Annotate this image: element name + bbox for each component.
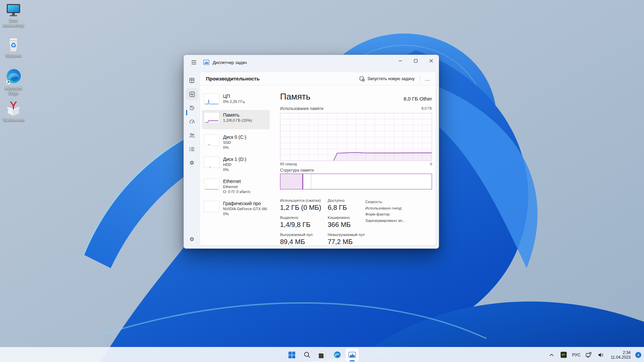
startup-apps-icon (189, 119, 195, 125)
tray-language-button[interactable]: РУС (571, 349, 582, 361)
edge-icon (5, 68, 21, 85)
panel-header: Производительность Запустить новую задач… (200, 72, 436, 85)
stat-cached: Кэшировано 366 МБ (328, 215, 365, 229)
maximize-icon (414, 59, 418, 63)
device-title: Память (223, 112, 252, 118)
time-axis-right: 0 (430, 162, 432, 166)
device-row-cpu[interactable]: ЦП 0% 2,25 ГГц (202, 91, 270, 107)
device-row-disk0[interactable]: Диск 0 (C:) SSD 0% (202, 132, 270, 152)
disk0-mini-chart (204, 134, 219, 146)
rail-item-details[interactable] (186, 143, 198, 155)
rail-item-settings[interactable]: ⚙ (186, 233, 198, 245)
memory-detail-pane: Память 8,0 ГБ Other Использование памяти… (280, 85, 436, 245)
desktop-icon-yandex[interactable]: Yandex.exe (1, 101, 26, 122)
ethernet-mini-chart (204, 179, 219, 190)
rail-item-services[interactable]: ⚙ (186, 157, 198, 169)
run-new-task-label: Запустить новую задачу (367, 76, 415, 81)
start-button[interactable] (285, 348, 299, 362)
edge-icon (333, 351, 341, 359)
language-indicator: РУС (572, 353, 581, 357)
search-button[interactable] (300, 348, 314, 362)
yandex-icon (6, 101, 21, 117)
search-icon (304, 351, 311, 358)
device-title: ЦП (223, 94, 245, 99)
rail-item-app-history[interactable] (186, 102, 198, 114)
device-detail: HDD (223, 162, 246, 167)
memory-usage-chart (280, 113, 432, 161)
device-detail: 1,2/8,0 ГБ (15%) (223, 118, 252, 123)
cpu-mini-chart (204, 94, 219, 105)
windows-start-icon (288, 351, 296, 359)
device-title: Графический про (223, 201, 267, 206)
close-button[interactable] (423, 55, 439, 66)
device-title: Диск 0 (C:) (223, 134, 246, 140)
usage-chart-label: Использование памяти (280, 106, 323, 111)
device-detail: 0% 2,25 ГГц (223, 99, 245, 104)
active-app-indicator (350, 360, 355, 361)
tray-network-button[interactable] (584, 349, 594, 361)
tray-clock-button[interactable]: 2:34 11.04.2023 (608, 349, 633, 361)
device-title: Диск 1 (D:) (223, 157, 246, 162)
file-explorer-button[interactable] (315, 348, 329, 362)
performance-device-list: ЦП 0% 2,25 ГГц Память 1,2/8,0 ГБ (15%) (202, 89, 271, 245)
run-new-task-button[interactable]: Запустить новую задачу (356, 74, 418, 83)
memory-composition-bar (280, 174, 432, 189)
task-manager-icon (348, 351, 356, 359)
new-task-icon (360, 76, 365, 81)
more-options-button[interactable]: … (422, 74, 433, 83)
content-panel: Производительность Запустить новую задач… (200, 72, 436, 246)
recycle-bin-icon: ♻ (6, 36, 20, 52)
chevron-up-icon (549, 353, 554, 357)
rail-item-processes[interactable] (186, 74, 198, 86)
device-row-gpu[interactable]: Графический про NVIDIA GeForce GTX 660 0… (202, 198, 270, 219)
rail-item-users[interactable] (186, 129, 198, 141)
minimize-button[interactable] (392, 55, 408, 66)
device-detail: 0% (223, 212, 267, 217)
svg-text:♻: ♻ (10, 41, 16, 49)
usage-chart-max: 8,0 ГБ (421, 106, 432, 111)
tray-nvidia-button[interactable] (559, 349, 569, 361)
file-explorer-icon (318, 351, 326, 359)
rail-item-startup-apps[interactable] (186, 116, 198, 128)
desktop-icon-label: Корзина (5, 53, 21, 58)
device-row-memory[interactable]: Память 1,2/8,0 ГБ (15%) (202, 110, 270, 129)
desktop-icon-edge[interactable]: Microsoft Edge (1, 68, 26, 96)
composition-label: Структура памяти (280, 168, 314, 173)
close-icon (429, 59, 433, 63)
nav-menu-button[interactable] (188, 57, 200, 68)
details-icon (189, 147, 195, 152)
stat-in-use: Используется (сжатая) 1,2 ГБ (0 МБ) (280, 198, 328, 212)
task-manager-taskbar-button[interactable] (345, 348, 359, 362)
header-separator (420, 75, 420, 82)
stat-available: Доступно 6,8 ГБ (328, 198, 365, 212)
minimize-icon (398, 59, 402, 63)
speaker-icon (598, 352, 604, 358)
device-detail: 0% (223, 167, 246, 172)
device-detail: Ethernet (223, 184, 251, 189)
edge-taskbar-button[interactable] (330, 348, 344, 362)
memory-mini-chart (204, 112, 219, 124)
notification-badge[interactable]: 4 (635, 352, 641, 358)
maximize-button[interactable] (408, 55, 423, 66)
desktop-icon-label: Yandex.exe (2, 118, 24, 122)
hamburger-icon (191, 60, 197, 65)
nvidia-icon (560, 352, 567, 358)
performance-icon (189, 92, 195, 97)
device-row-ethernet[interactable]: Ethernet Ethernet О: 0 П: 0 кбит/с (202, 176, 270, 196)
memory-hardware-labels: Скорость: Использовано гнезд: Форм-факто… (365, 199, 406, 224)
task-manager-window: Диспетчер задач (183, 55, 439, 249)
tray-volume-button[interactable] (596, 349, 606, 361)
memory-stats: Используется (сжатая) 1,2 ГБ (0 МБ) Дост… (280, 198, 365, 246)
rail-item-performance[interactable] (186, 88, 198, 100)
app-history-icon (189, 105, 195, 111)
device-row-disk1[interactable]: Диск 1 (D:) HDD 0% (202, 154, 270, 174)
stat-non-paged-pool: Невыгружаемый пул 77,2 МБ (328, 232, 365, 246)
desktop-icon-recycle-bin[interactable]: ♻ Корзина (1, 36, 26, 58)
processes-icon (189, 78, 195, 83)
titlebar: Диспетчер задач (184, 55, 439, 70)
composition-standby-segment (303, 174, 311, 189)
memory-title: Память (280, 92, 311, 102)
task-manager-app-icon (203, 59, 209, 65)
desktop-icon-this-pc[interactable]: Этот компьютер (1, 3, 26, 28)
tray-show-hidden-button[interactable] (547, 349, 557, 361)
